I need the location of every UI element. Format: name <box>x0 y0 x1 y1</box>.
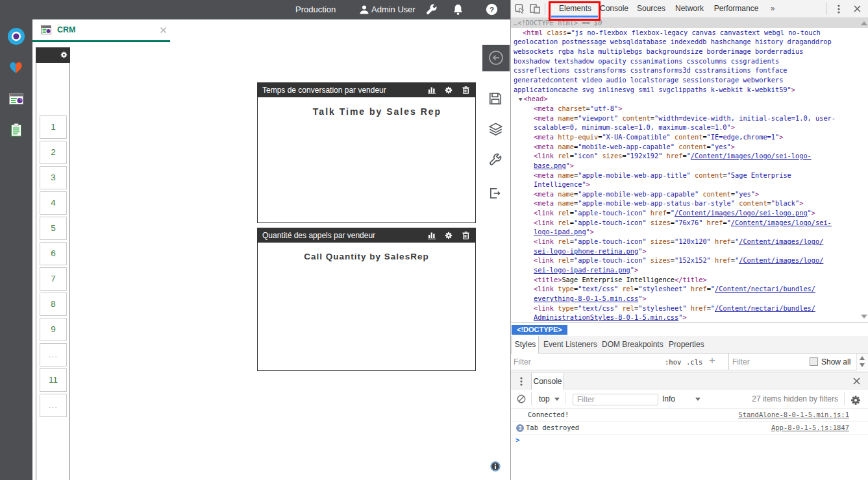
console-filter-input[interactable]: Filter <box>573 394 658 405</box>
dom-line[interactable]: <meta name="mobile-web-app-capable" cont… <box>511 142 868 152</box>
info-icon[interactable] <box>490 461 501 472</box>
hov-toggle[interactable]: :hov <box>665 358 681 366</box>
dom-line[interactable]: applicationcache svg inlinesvg smil svgc… <box>511 85 868 95</box>
dom-line[interactable]: everything-8-0-1-5.min.css"> <box>511 294 868 304</box>
cls-toggle[interactable]: .cls <box>686 358 702 366</box>
source-link[interactable]: StandAlone-8-0-1-5.min.js:1 <box>738 409 849 421</box>
breadcrumb-doctype[interactable]: <!DOCTYPE> <box>512 325 567 335</box>
trash-icon[interactable] <box>462 232 469 239</box>
dom-line[interactable]: <link rel="icon" sizes="192x192" href="/… <box>511 151 868 161</box>
devtools-menu-icon[interactable] <box>837 5 840 14</box>
styles-filter-input[interactable]: Filter <box>514 357 531 366</box>
dom-line[interactable]: geolocation postmessage websqldatabase i… <box>511 37 868 47</box>
context-dropdown-arrow[interactable] <box>554 398 560 401</box>
gear-icon[interactable] <box>445 86 453 94</box>
dom-line[interactable]: <link rel="apple-touch-icon" sizes="76x7… <box>511 218 868 228</box>
tab-sources[interactable]: Sources <box>637 0 665 18</box>
page-panel-gear-icon[interactable] <box>60 51 68 58</box>
new-style-rule-plus[interactable]: + <box>709 354 715 367</box>
tab-close-icon[interactable] <box>160 27 167 34</box>
save-icon[interactable] <box>488 91 502 106</box>
dom-line[interactable]: <meta name="apple-mobile-web-app-title" … <box>511 171 868 180</box>
dom-line[interactable]: Intelligence"> <box>511 180 868 189</box>
level-dropdown-arrow[interactable] <box>695 398 701 401</box>
notifications-bell-icon[interactable] <box>453 4 464 16</box>
tab-properties[interactable]: Properties <box>669 336 704 354</box>
log-level-selector[interactable]: Info <box>662 394 675 403</box>
dom-line[interactable]: scalable=0, minimum-scale=1.0, maximum-s… <box>511 123 868 132</box>
dom-line[interactable]: ▼<head> <box>511 94 868 104</box>
help-icon[interactable]: ? <box>486 3 498 16</box>
dom-line[interactable]: <meta name="apple-mobile-web-app-status-… <box>511 198 868 208</box>
dom-line[interactable]: websockets rgba hsla multiplebgs backgro… <box>511 47 868 56</box>
page-button-9[interactable]: 9 <box>40 318 67 341</box>
dom-line[interactable]: base.png"> <box>511 161 868 171</box>
console-prompt[interactable]: > <box>511 435 868 448</box>
dom-line[interactable]: <link type="text/css" rel="stylesheet" h… <box>511 284 868 294</box>
dom-line[interactable]: <title>Sage Enterprise Intelligence</tit… <box>511 275 868 285</box>
dom-line[interactable]: <link rel="apple-touch-icon" href="/Cont… <box>511 208 868 218</box>
page-button-3[interactable]: 3 <box>40 166 67 189</box>
computed-filter-input[interactable]: Filter <box>732 357 750 366</box>
scroll-down-arrow[interactable] <box>861 315 867 318</box>
dom-line[interactable]: <meta name="viewport" content="width=dev… <box>511 114 868 123</box>
page-button-...[interactable]: ... <box>40 343 67 366</box>
clipboard-icon[interactable] <box>10 123 22 137</box>
console-settings-gear-icon[interactable] <box>850 395 861 405</box>
clear-console-icon[interactable] <box>517 394 526 403</box>
dom-line[interactable]: <link type="text/css" rel="stylesheet" h… <box>511 304 868 313</box>
device-toolbar-icon[interactable] <box>530 4 540 14</box>
back-button[interactable] <box>482 45 510 71</box>
trash-icon[interactable] <box>462 86 469 94</box>
dom-line[interactable]: logo-ipad.png"> <box>511 227 868 237</box>
dom-line[interactable]: sei-logo-ipad-retina.png"> <box>511 265 868 275</box>
tab-styles[interactable]: Styles <box>512 336 539 354</box>
inspect-icon[interactable] <box>515 4 525 14</box>
scroll-up-arrow[interactable] <box>861 21 867 25</box>
design-wrench-icon[interactable] <box>488 152 502 167</box>
styles-scrollbar[interactable] <box>856 354 868 370</box>
tab-console[interactable]: Console <box>600 0 628 18</box>
dom-line[interactable]: <meta charset="utf-8"> <box>511 104 868 114</box>
console-tab[interactable]: Console <box>531 373 564 390</box>
page-button-11[interactable]: 11 <box>40 368 67 392</box>
more-tabs-chevron[interactable]: » <box>771 0 775 18</box>
dom-line[interactable]: sei-logo-iphone-retina.png"> <box>511 246 868 256</box>
user-name[interactable]: Admin User <box>371 0 415 19</box>
target-icon[interactable] <box>7 27 25 45</box>
dom-line[interactable]: boxshadow textshadow opacity cssanimatio… <box>511 56 868 66</box>
tab-network[interactable]: Network <box>675 0 704 18</box>
page-button-1[interactable]: 1 <box>40 115 67 139</box>
heart-icon[interactable] <box>8 60 23 74</box>
tab-dom-breakpoints[interactable]: DOM Breakpoints <box>602 336 663 354</box>
show-all-checkbox[interactable] <box>810 357 818 366</box>
dom-line[interactable]: <html class="js no-flexbox flexbox-legac… <box>511 28 868 38</box>
page-button-...[interactable]: ... <box>40 394 67 417</box>
report-icon[interactable] <box>9 93 23 104</box>
dom-line[interactable]: <meta http-equiv="X-UA-Compatible" conte… <box>511 132 868 142</box>
dom-line[interactable]: AdministrationStyles-8-0-1-5.min.css"> <box>511 313 868 322</box>
chart-icon[interactable] <box>428 86 436 94</box>
tools-wrench-icon[interactable] <box>425 3 438 16</box>
dom-line[interactable]: <link rel="apple-touch-icon" sizes="120x… <box>511 237 868 246</box>
source-link[interactable]: App-8-0-1-5.js:1847 <box>771 422 849 434</box>
page-button-8[interactable]: 8 <box>40 293 67 316</box>
page-button-2[interactable]: 2 <box>40 141 67 164</box>
console-close-icon[interactable] <box>852 377 861 385</box>
dom-line[interactable]: <meta name="apple-mobile-web-app-capable… <box>511 189 868 199</box>
context-selector[interactable]: top <box>539 394 550 403</box>
tab-title[interactable]: CRM <box>57 25 75 34</box>
exit-icon[interactable] <box>488 186 502 200</box>
devtools-close-icon[interactable] <box>853 5 862 13</box>
dom-line[interactable]: cssreflections csstransforms csstransfor… <box>511 66 868 75</box>
console-menu-icon[interactable] <box>520 377 523 386</box>
gear-icon[interactable] <box>445 232 453 239</box>
chart-icon[interactable] <box>428 232 436 239</box>
dom-line[interactable]: <link rel="apple-touch-icon" sizes="152x… <box>511 256 868 265</box>
page-button-4[interactable]: 4 <box>40 191 67 215</box>
tab-performance[interactable]: Performance <box>714 0 759 18</box>
page-button-5[interactable]: 5 <box>40 217 67 240</box>
layers-icon[interactable] <box>488 122 503 137</box>
page-button-7[interactable]: 7 <box>40 267 67 291</box>
tab-event-listeners[interactable]: Event Listeners <box>543 336 597 354</box>
